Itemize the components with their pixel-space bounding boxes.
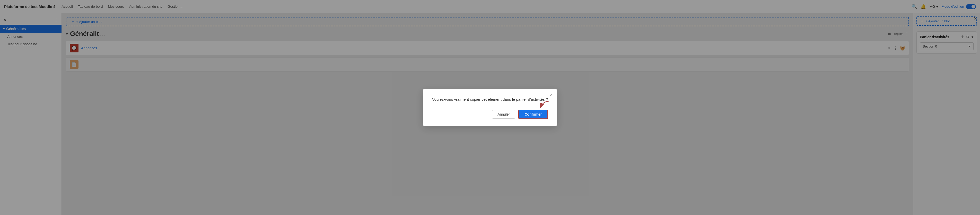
modal-footer: Annuler Confirmer	[432, 110, 548, 119]
confirm-button[interactable]: Confirmer	[518, 110, 548, 119]
confirm-button-wrapper: Confirmer	[518, 110, 548, 119]
modal-overlay: × Voulez-vous vraiment copier cet élémen…	[0, 0, 980, 215]
modal-body-text: Voulez-vous vraiment copier cet élément …	[432, 96, 548, 103]
modal-dialog: × Voulez-vous vraiment copier cet élémen…	[423, 89, 557, 126]
cancel-button[interactable]: Annuler	[492, 110, 515, 119]
modal-close-icon[interactable]: ×	[550, 92, 553, 97]
